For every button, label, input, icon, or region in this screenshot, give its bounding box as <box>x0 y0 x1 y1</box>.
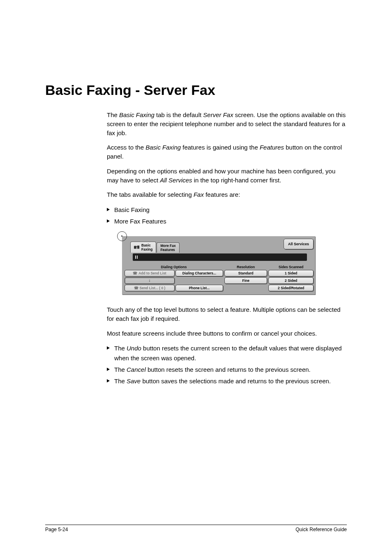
svg-rect-0 <box>134 246 136 249</box>
tab-label: Basic Faxing <box>141 243 152 251</box>
sides-2sided-rotated-button[interactable]: 2 Sided/Rotated <box>268 285 314 291</box>
footer-doc-title: Quick Reference Guide <box>295 527 347 532</box>
list-item: More Fax Features <box>107 216 347 226</box>
text-italic: Server Fax <box>203 111 233 118</box>
text: Basic <box>141 243 151 247</box>
paragraph-5: Touch any of the top level buttons to se… <box>107 305 347 323</box>
pause-icon <box>134 255 139 260</box>
list-item: The Undo button resets the current scree… <box>107 343 347 363</box>
tab-basic-faxing[interactable]: Basic Faxing <box>130 242 156 253</box>
paragraph-2: Access to the Basic Faxing features is g… <box>107 143 347 161</box>
page-title: Basic Faxing - Server Fax <box>45 82 347 98</box>
dial-number-display[interactable] <box>133 253 307 261</box>
tab-label: More Fax Features <box>160 244 175 252</box>
text: Access to the <box>107 144 145 151</box>
phone-icon: ☎ <box>134 286 138 290</box>
text-italic: Features <box>260 144 284 151</box>
list-item: The Save button saves the selections mad… <box>107 376 347 386</box>
text-italic: Basic Faxing <box>145 144 181 151</box>
button-label: Send List... ( 0 ) <box>140 286 166 290</box>
text: The <box>107 111 119 118</box>
phone-icon: ☎ <box>133 271 137 275</box>
svg-rect-1 <box>136 246 137 246</box>
down-arrow-icon: ↓ <box>148 279 150 283</box>
button-label: Add to Send List <box>138 271 166 275</box>
list-item: Basic Faxing <box>107 205 347 215</box>
list-item: The Cancel button resets the screen and … <box>107 365 347 375</box>
footer-page-number: Page 5-24 <box>45 527 68 532</box>
resolution-standard-button[interactable]: Standard <box>224 270 267 276</box>
phone-list-button[interactable]: Phone List... <box>175 285 223 291</box>
page-footer: Page 5-24 Quick Reference Guide <box>45 525 347 532</box>
text: button resets the current screen to the … <box>114 345 342 362</box>
text-italic: Fax <box>194 191 204 198</box>
fax-screen-figure: Basic Faxing More Fax Features All Servi… <box>90 236 347 295</box>
text: More Fax <box>160 244 175 248</box>
text: tab is the default <box>154 111 203 118</box>
text: The <box>114 378 127 385</box>
fax-icon <box>134 244 140 250</box>
text: features is gained using the <box>181 144 260 151</box>
tabs-list: Basic Faxing More Fax Features <box>107 205 347 226</box>
text: in the top right-hand corner first. <box>192 177 281 184</box>
dialing-characters-button[interactable]: Dialing Characters... <box>175 270 223 276</box>
sides-1sided-button[interactable]: 1 Sided <box>268 270 314 276</box>
paragraph-6: Most feature screens include three butto… <box>107 329 347 338</box>
all-services-button[interactable]: All Services <box>284 239 314 249</box>
paragraph-3: Depending on the options enabled and how… <box>107 167 347 185</box>
fax-panel: Basic Faxing More Fax Features All Servi… <box>122 236 315 295</box>
text: The <box>114 345 127 352</box>
button-behavior-list: The Undo button resets the current scree… <box>107 343 347 386</box>
tab-more-fax-features[interactable]: More Fax Features <box>157 242 179 253</box>
text: The tabs available for selecting <box>107 191 194 198</box>
paragraph-4: The tabs available for selecting Fax fea… <box>107 190 347 199</box>
dialing-options-header: Dialing Options <box>125 265 223 269</box>
text-italic: All Services <box>160 177 192 184</box>
text-italic: Basic Faxing <box>119 111 154 118</box>
text: button resets the screen and returns to … <box>146 366 311 373</box>
resolution-header: Resolution <box>224 265 267 269</box>
text-italic: Undo <box>127 345 141 352</box>
text-italic: Cancel <box>127 366 146 373</box>
text: features are: <box>204 191 240 198</box>
tab-row: Basic Faxing More Fax Features All Servi… <box>122 236 315 253</box>
text: Features <box>160 248 175 252</box>
text: Faxing <box>141 247 152 251</box>
text: The <box>114 366 127 373</box>
text-italic: Save <box>127 378 141 385</box>
sides-2sided-button[interactable]: 2 Sided <box>268 277 314 284</box>
resolution-fine-button[interactable]: Fine <box>224 277 267 284</box>
add-to-send-list-button[interactable]: ☎ Add to Send List <box>125 270 175 276</box>
send-list-button[interactable]: ☎ Send List... ( 0 ) <box>125 285 175 291</box>
svg-rect-2 <box>137 246 139 249</box>
text: button saves the selections made and ret… <box>141 378 331 385</box>
paragraph-1: The Basic Faxing tab is the default Serv… <box>107 111 347 137</box>
sides-scanned-header: Sides Scanned <box>268 265 314 269</box>
scroll-down-button[interactable]: ↓ <box>125 277 175 284</box>
